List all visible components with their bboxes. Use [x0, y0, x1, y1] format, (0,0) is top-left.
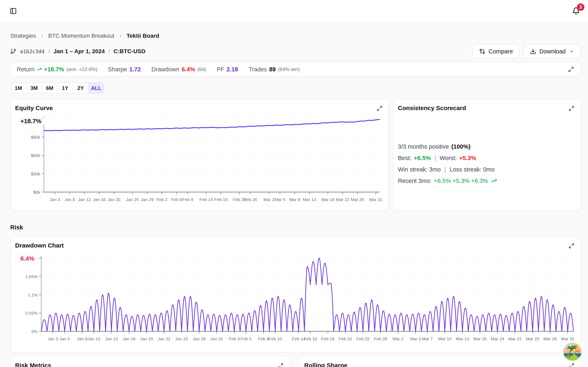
stat-drawdown: Drawdown 6.4% (6d): [151, 66, 206, 73]
svg-text:Feb 3: Feb 3: [229, 336, 240, 341]
card-title: Consistency Scorecard: [398, 104, 576, 112]
git-branch-icon: [10, 48, 16, 54]
svg-text:Jan 20: Jan 20: [108, 197, 121, 202]
recent-label: Recent 3mo:: [398, 178, 432, 184]
stat-label: PF: [217, 66, 224, 73]
download-label: Download: [539, 48, 566, 55]
svg-text:Mar 22: Mar 22: [508, 336, 522, 341]
range-6m[interactable]: 6M: [42, 83, 57, 93]
tektii-logo[interactable]: [563, 342, 582, 361]
svg-text:Mar 22: Mar 22: [336, 197, 349, 202]
chevron-right-icon: [40, 34, 44, 38]
header-actions: Compare Download: [473, 44, 581, 59]
run-info: a1b2c3d4 / Jan 1 – Apr 1, 2024 / C:BTC-U…: [10, 48, 145, 55]
topbar: 3: [0, 0, 588, 22]
consistency-expand-button[interactable]: [568, 105, 575, 112]
sidebar-toggle-button[interactable]: [9, 6, 18, 16]
palm-island-icon: [563, 342, 582, 361]
svg-text:Jan 10: Jan 10: [87, 336, 100, 341]
drawdown-max-badge: 6.4%: [17, 254, 37, 263]
range-1m[interactable]: 1M: [11, 83, 26, 93]
svg-text:$0k: $0k: [33, 190, 40, 194]
svg-text:Jan 19: Jan 19: [140, 336, 153, 341]
svg-text:Feb 9: Feb 9: [182, 197, 193, 202]
consistency-scorecard-card: Consistency Scorecard 3/3 months positiv…: [393, 99, 581, 211]
run-id: a1b2c3d4: [20, 49, 44, 54]
stat-label: Sharpe: [108, 66, 127, 73]
expand-icon: [569, 363, 574, 367]
svg-text:1.1%: 1.1%: [28, 292, 38, 297]
notifications-button[interactable]: 3: [571, 6, 581, 16]
svg-text:Mar 10: Mar 10: [438, 336, 451, 341]
stat-label: Trades: [249, 66, 267, 73]
stat-trades: Trades 89 (64% win): [249, 66, 300, 73]
range-all[interactable]: ALL: [88, 83, 104, 93]
svg-text:Feb 14: Feb 14: [292, 336, 305, 341]
svg-text:Jan 29: Jan 29: [141, 197, 154, 202]
stat-value: 89: [269, 66, 276, 73]
svg-text:Mar 18: Mar 18: [321, 197, 334, 202]
svg-text:Jan 22: Jan 22: [158, 336, 171, 341]
svg-text:Jan 13: Jan 13: [105, 336, 118, 341]
range-2y[interactable]: 2Y: [73, 83, 88, 93]
breadcrumb-strategy-name[interactable]: BTC Momentum Breakout: [48, 33, 114, 39]
stat-profit-factor: PF 2.18: [217, 66, 238, 73]
svg-text:Feb 5: Feb 5: [241, 336, 251, 341]
risk-metrics-card: Risk Metrics: [10, 356, 290, 367]
stat-annotation: (6d): [198, 67, 206, 72]
run-symbol: C:BTC-USD: [114, 48, 146, 55]
svg-text:0.55%: 0.55%: [25, 311, 38, 315]
svg-text:Feb 6: Feb 6: [171, 197, 182, 202]
svg-text:Mar 2: Mar 2: [393, 336, 404, 341]
stat-label: Return: [17, 66, 35, 73]
separator: |: [434, 155, 436, 161]
rolling-sharpe-expand-button[interactable]: [568, 362, 575, 367]
equity-expand-button[interactable]: [376, 105, 383, 112]
svg-text:Mar 19: Mar 19: [491, 336, 504, 341]
download-button[interactable]: Download: [523, 44, 581, 59]
risk-metrics-expand-button[interactable]: [277, 362, 284, 367]
recent-months-line: Recent 3mo: +6.5% +5.3% +6.3%: [398, 175, 576, 187]
svg-text:Jan 12: Jan 12: [78, 197, 91, 202]
download-icon: [530, 48, 536, 54]
svg-text:Mar 25: Mar 25: [526, 336, 539, 341]
equity-curve-card: Equity Curve +18.7% $0k$30k$60k$90k$120k…: [10, 99, 389, 211]
trending-up-icon: [491, 178, 497, 184]
svg-text:Mar 16: Mar 16: [473, 336, 486, 341]
range-3m[interactable]: 3M: [26, 83, 42, 93]
svg-text:Mar 5: Mar 5: [410, 336, 421, 341]
months-positive-text: 3/3 months positive: [398, 143, 449, 150]
stat-label: Drawdown: [151, 66, 180, 73]
card-title: Drawdown Chart: [15, 242, 576, 249]
svg-text:$90k: $90k: [31, 135, 40, 140]
compare-button[interactable]: Compare: [473, 44, 519, 59]
best-value: +6.5%: [414, 155, 431, 161]
streaks-line: Win streak: 3mo | Loss streak: 0mo: [398, 164, 576, 175]
drawdown-chart: 0%0.55%1.1%1.65%2.2%Jan 3Jan 5Jan 8Jan 1…: [15, 252, 576, 344]
compare-label: Compare: [489, 48, 513, 55]
svg-text:Jan 8: Jan 8: [77, 336, 87, 341]
svg-text:Jan 28: Jan 28: [193, 336, 206, 341]
svg-text:Jan 25: Jan 25: [175, 336, 188, 341]
best-worst-line: Best: +6.5% | Worst: +5.3%: [398, 152, 576, 164]
drawdown-expand-button[interactable]: [568, 242, 575, 250]
svg-text:Mar 31: Mar 31: [369, 197, 382, 202]
drawdown-chart-area: 6.4% 0%0.55%1.1%1.65%2.2%Jan 3Jan 5Jan 8…: [15, 252, 576, 344]
svg-text:Feb 10: Feb 10: [268, 336, 282, 341]
months-positive-pct: (100%): [451, 143, 471, 150]
range-1y[interactable]: 1Y: [57, 83, 73, 93]
breadcrumb: Strategies BTC Momentum Breakout Tektii …: [10, 33, 581, 39]
svg-text:Feb 19: Feb 19: [321, 336, 334, 341]
header-row: a1b2c3d4 / Jan 1 – Apr 1, 2024 / C:BTC-U…: [10, 44, 581, 59]
charts-row: Equity Curve +18.7% $0k$30k$60k$90k$120k…: [10, 99, 581, 211]
expand-icon: [377, 106, 382, 111]
svg-text:Mar 26: Mar 26: [351, 197, 364, 202]
svg-text:Mar 9: Mar 9: [289, 197, 300, 202]
worst-value: +5.3%: [459, 155, 476, 161]
breadcrumb-strategies[interactable]: Strategies: [10, 33, 36, 39]
recent-values: +6.5% +5.3% +6.3%: [434, 178, 488, 184]
stats-expand-button[interactable]: [567, 66, 575, 73]
svg-text:Jan 31: Jan 31: [210, 336, 223, 341]
stat-value: +18.7%: [44, 66, 64, 73]
svg-text:Feb 2: Feb 2: [156, 197, 167, 202]
